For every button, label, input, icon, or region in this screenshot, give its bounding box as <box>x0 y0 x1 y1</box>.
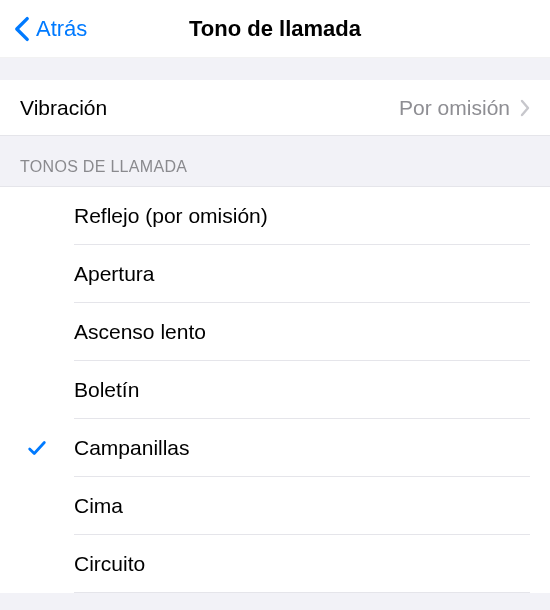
vibration-cell[interactable]: Vibración Por omisión <box>0 80 550 136</box>
ringtone-list: Reflejo (por omisión)AperturaAscenso len… <box>0 186 550 593</box>
vibration-label: Vibración <box>20 96 399 120</box>
ringtone-label: Boletín <box>74 378 139 402</box>
vibration-value: Por omisión <box>399 96 510 120</box>
row-body: Boletín <box>74 361 530 419</box>
ringtone-label: Ascenso lento <box>74 320 206 344</box>
row-body: Campanillas <box>74 419 530 477</box>
ringtone-label: Campanillas <box>74 436 190 460</box>
vibration-group: Vibración Por omisión <box>0 80 550 136</box>
ringtone-label: Apertura <box>74 262 155 286</box>
row-body: Apertura <box>74 245 530 303</box>
row-body: Cima <box>74 477 530 535</box>
section-header-tones: TONOS DE LLAMADA <box>0 136 550 186</box>
ringtone-row[interactable]: Apertura <box>0 245 550 303</box>
navigation-bar: Atrás Tono de llamada <box>0 0 550 58</box>
ringtone-label: Reflejo (por omisión) <box>74 204 268 228</box>
chevron-right-icon <box>520 99 530 117</box>
ringtone-row[interactable]: Reflejo (por omisión) <box>0 187 550 245</box>
ringtone-label: Cima <box>74 494 123 518</box>
row-body: Reflejo (por omisión) <box>74 187 530 245</box>
chevron-left-icon <box>14 16 30 42</box>
ringtone-label: Circuito <box>74 552 145 576</box>
row-body: Ascenso lento <box>74 303 530 361</box>
checkmark-icon <box>26 437 48 459</box>
ringtone-row[interactable]: Boletín <box>0 361 550 419</box>
row-body: Circuito <box>74 535 530 593</box>
ringtone-row[interactable]: Campanillas <box>0 419 550 477</box>
ringtone-row[interactable]: Circuito <box>0 535 550 593</box>
spacer <box>0 58 550 80</box>
back-button[interactable]: Atrás <box>0 16 87 42</box>
ringtone-row[interactable]: Ascenso lento <box>0 303 550 361</box>
checkmark-slot <box>0 437 74 459</box>
ringtone-row[interactable]: Cima <box>0 477 550 535</box>
back-label: Atrás <box>36 16 87 42</box>
